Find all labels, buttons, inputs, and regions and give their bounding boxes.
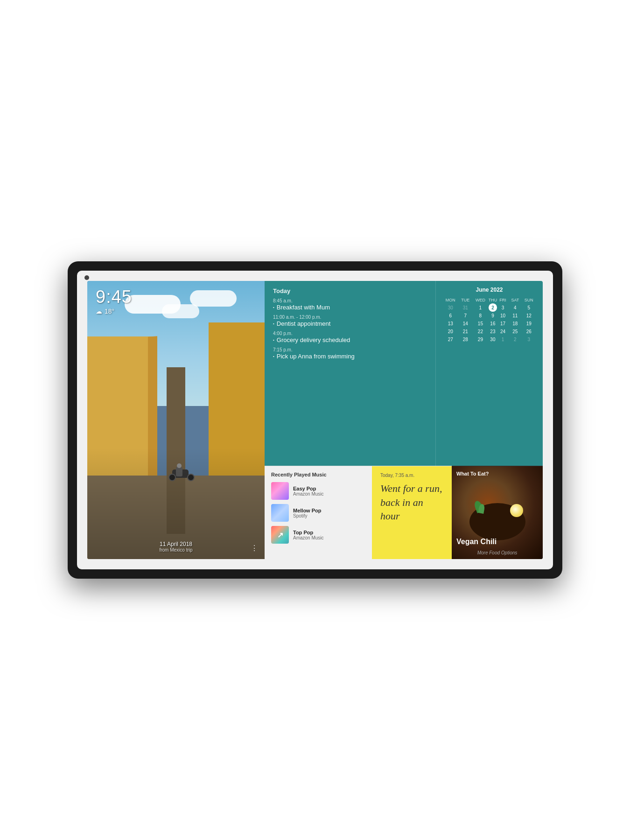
- time-weather-overlay: 9:45 ☁ 18°: [96, 288, 132, 315]
- cal-day-4-3[interactable]: 30: [489, 336, 497, 343]
- photo-panel: 9:45 ☁ 18° 11 April 2018 from Mexico tri…: [87, 281, 265, 559]
- cal-day-3-5[interactable]: 25: [509, 328, 522, 336]
- agenda-title: Today: [273, 287, 427, 294]
- cal-day-2-1[interactable]: 14: [459, 320, 473, 328]
- cal-day-1-1[interactable]: 7: [459, 312, 473, 320]
- agenda-item-1: 8:45 a.m. • Breakfast with Mum: [273, 298, 427, 311]
- music-item-3[interactable]: Top Pop Amazon Music: [271, 526, 365, 544]
- cal-day-3-4[interactable]: 24: [497, 328, 509, 336]
- photo-overlay: [87, 281, 265, 559]
- agenda-time-2: 11:00 a.m. - 12:00 p.m.: [273, 315, 427, 320]
- cal-day-4-0[interactable]: 27: [442, 336, 459, 343]
- music-info-2: Mellow Pop Spotify: [293, 508, 365, 518]
- cal-day-2-2[interactable]: 15: [472, 320, 489, 328]
- cal-day-0-1[interactable]: 31: [459, 303, 473, 312]
- note-date: Today, 7:35 a.m.: [380, 473, 443, 478]
- weather-display: ☁ 18°: [96, 308, 132, 315]
- food-panel[interactable]: What To Eat? Vegan Chili More Food Optio…: [452, 466, 543, 559]
- more-options-button[interactable]: ⋮: [251, 544, 258, 553]
- cal-day-2-5[interactable]: 18: [509, 320, 522, 328]
- note-panel: Today, 7:35 a.m. Went for a run, back in…: [372, 466, 452, 559]
- screen-content: 9:45 ☁ 18° 11 April 2018 from Mexico tri…: [87, 281, 543, 559]
- cal-day-3-3[interactable]: 23: [489, 328, 497, 336]
- food-panel-title: What To Eat?: [456, 471, 489, 476]
- agenda-event-3: • Grocery delivery scheduled: [273, 336, 427, 343]
- cal-day-1-3[interactable]: 9: [489, 312, 497, 320]
- cal-day-3-2[interactable]: 22: [472, 328, 489, 336]
- cal-day-4-1[interactable]: 28: [459, 336, 473, 343]
- agenda-item-4: 7:15 p.m. • Pick up Anna from swimming: [273, 347, 427, 360]
- calendar-grid: MON TUE WED THU FRI SAT SUN: [442, 297, 536, 343]
- cal-day-1-6[interactable]: 12: [522, 312, 536, 320]
- cal-header-wed: WED: [472, 297, 489, 303]
- calendar-month-year: June 2022: [442, 287, 536, 293]
- cal-day-1-0[interactable]: 6: [442, 312, 459, 320]
- photo-source: from Mexico trip: [87, 547, 265, 553]
- cal-day-0-4[interactable]: 3: [497, 303, 509, 312]
- music-thumb-3: [271, 526, 289, 544]
- cal-day-4-5[interactable]: 2: [509, 336, 522, 343]
- device-frame: 9:45 ☁ 18° 11 April 2018 from Mexico tri…: [68, 261, 562, 579]
- cal-day-1-2[interactable]: 8: [472, 312, 489, 320]
- agenda-event-4: • Pick up Anna from swimming: [273, 353, 427, 360]
- calendar-panel: June 2022 MON TUE WED THU FRI: [435, 281, 543, 466]
- cal-day-3-6[interactable]: 26: [522, 328, 536, 336]
- music-name-2: Mellow Pop: [293, 508, 365, 513]
- cal-day-3-0[interactable]: 20: [442, 328, 459, 336]
- agenda-time-3: 4:00 p.m.: [273, 331, 427, 336]
- music-name-1: Easy Pop: [293, 486, 365, 491]
- cal-day-3-1[interactable]: 21: [459, 328, 473, 336]
- cal-header-sat: SAT: [509, 297, 522, 303]
- bullet-1: •: [273, 305, 274, 309]
- bullet-2: •: [273, 322, 274, 326]
- food-name: Vegan Chili: [456, 538, 497, 546]
- bottom-row: Recently Played Music Easy Pop Amazon Mu…: [265, 466, 543, 559]
- temperature: 18°: [105, 308, 114, 315]
- music-source-3: Amazon Music: [293, 535, 365, 540]
- music-panel: Recently Played Music Easy Pop Amazon Mu…: [265, 466, 372, 559]
- amazon-echo-show-device: 9:45 ☁ 18° 11 April 2018 from Mexico tri…: [68, 261, 562, 579]
- agenda-event-1: • Breakfast with Mum: [273, 304, 427, 311]
- cal-day-2-3[interactable]: 16: [489, 320, 497, 328]
- cal-day-0-6[interactable]: 5: [522, 303, 536, 312]
- camera-icon: [84, 275, 89, 280]
- cal-day-1-5[interactable]: 11: [509, 312, 522, 320]
- agenda-item-3: 4:00 p.m. • Grocery delivery scheduled: [273, 331, 427, 343]
- photo-date: 11 April 2018: [87, 541, 265, 547]
- cal-day-1-4[interactable]: 10: [497, 312, 509, 320]
- music-name-3: Top Pop: [293, 530, 365, 535]
- agenda-time-4: 7:15 p.m.: [273, 347, 427, 352]
- bullet-3: •: [273, 338, 274, 342]
- cal-day-2-4[interactable]: 17: [497, 320, 509, 328]
- cal-header-tue: TUE: [459, 297, 473, 303]
- music-thumb-1: [271, 482, 289, 500]
- right-panel: Today 8:45 a.m. • Breakfast with Mum 11:…: [265, 281, 543, 559]
- egg: [510, 504, 523, 517]
- agenda-item-2: 11:00 a.m. - 12:00 p.m. • Dentist appoin…: [273, 315, 427, 327]
- music-item-2[interactable]: Mellow Pop Spotify: [271, 504, 365, 522]
- music-thumb-2: [271, 504, 289, 522]
- cal-day-4-2[interactable]: 29: [472, 336, 489, 343]
- cal-day-2-0[interactable]: 13: [442, 320, 459, 328]
- bullet-4: •: [273, 354, 274, 358]
- music-source-2: Spotify: [293, 513, 365, 518]
- device-mat: 9:45 ☁ 18° 11 April 2018 from Mexico tri…: [77, 271, 553, 569]
- cal-day-0-5[interactable]: 4: [509, 303, 522, 312]
- music-panel-title: Recently Played Music: [271, 472, 365, 477]
- music-info-3: Top Pop Amazon Music: [293, 530, 365, 540]
- cal-day-0-2[interactable]: 1: [472, 303, 489, 312]
- cal-day-0-0[interactable]: 30: [442, 303, 459, 312]
- cal-day-0-3[interactable]: 2: [489, 303, 497, 312]
- cal-header-sun: SUN: [522, 297, 536, 303]
- food-more-options[interactable]: More Food Options: [452, 550, 543, 555]
- music-info-1: Easy Pop Amazon Music: [293, 486, 365, 497]
- cal-header-fri: FRI: [497, 297, 509, 303]
- cal-day-2-6[interactable]: 19: [522, 320, 536, 328]
- weather-icon: ☁: [96, 308, 102, 315]
- agenda-time-1: 8:45 a.m.: [273, 298, 427, 303]
- top-row: Today 8:45 a.m. • Breakfast with Mum 11:…: [265, 281, 543, 466]
- music-item-1[interactable]: Easy Pop Amazon Music: [271, 482, 365, 500]
- cal-day-4-6[interactable]: 3: [522, 336, 536, 343]
- cal-day-4-4[interactable]: 1: [497, 336, 509, 343]
- cal-header-mon: MON: [442, 297, 459, 303]
